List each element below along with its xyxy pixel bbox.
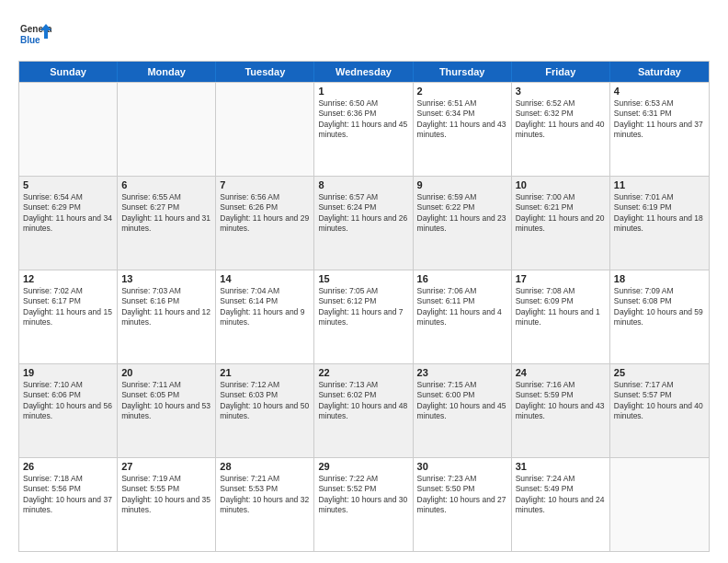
calendar-row-3: 19Sunrise: 7:10 AM Sunset: 6:06 PM Dayli… — [19, 363, 709, 457]
day-text: Sunrise: 6:54 AM Sunset: 6:29 PM Dayligh… — [23, 192, 113, 235]
day-text: Sunrise: 6:50 AM Sunset: 6:36 PM Dayligh… — [318, 98, 408, 141]
day-number: 25 — [614, 367, 705, 378]
day-cell-2: 2Sunrise: 6:51 AM Sunset: 6:34 PM Daylig… — [414, 83, 512, 176]
day-number: 3 — [516, 86, 606, 97]
day-text: Sunrise: 7:24 AM Sunset: 5:49 PM Dayligh… — [516, 474, 606, 516]
day-text: Sunrise: 6:53 AM Sunset: 6:31 PM Dayligh… — [614, 98, 705, 141]
header-day-wednesday: Wednesday — [314, 62, 413, 82]
day-text: Sunrise: 6:55 AM Sunset: 6:27 PM Dayligh… — [121, 192, 211, 235]
day-number: 2 — [417, 86, 507, 97]
day-text: Sunrise: 7:13 AM Sunset: 6:02 PM Dayligh… — [318, 380, 408, 422]
day-text: Sunrise: 7:15 AM Sunset: 6:00 PM Dayligh… — [417, 380, 507, 422]
day-number: 31 — [516, 461, 606, 472]
day-number: 7 — [220, 179, 310, 190]
day-text: Sunrise: 7:18 AM Sunset: 5:56 PM Dayligh… — [23, 474, 113, 516]
day-text: Sunrise: 7:04 AM Sunset: 6:14 PM Dayligh… — [220, 286, 310, 328]
day-number: 13 — [121, 273, 211, 284]
day-number: 23 — [417, 367, 507, 378]
day-text: Sunrise: 7:09 AM Sunset: 6:08 PM Dayligh… — [614, 286, 705, 328]
day-text: Sunrise: 6:51 AM Sunset: 6:34 PM Dayligh… — [417, 98, 507, 141]
day-text: Sunrise: 7:17 AM Sunset: 5:57 PM Dayligh… — [614, 380, 705, 422]
calendar-row-1: 5Sunrise: 6:54 AM Sunset: 6:29 PM Daylig… — [19, 176, 709, 270]
day-number: 19 — [23, 367, 113, 378]
calendar-row-4: 26Sunrise: 7:18 AM Sunset: 5:56 PM Dayli… — [19, 457, 709, 551]
day-number: 20 — [121, 367, 211, 378]
day-cell-20: 20Sunrise: 7:11 AM Sunset: 6:05 PM Dayli… — [118, 364, 216, 457]
day-text: Sunrise: 7:03 AM Sunset: 6:16 PM Dayligh… — [121, 286, 211, 328]
day-number: 16 — [417, 273, 507, 284]
header: General Blue — [18, 15, 710, 52]
day-cell-4: 4Sunrise: 6:53 AM Sunset: 6:31 PM Daylig… — [610, 83, 709, 176]
day-cell-21: 21Sunrise: 7:12 AM Sunset: 6:03 PM Dayli… — [216, 364, 314, 457]
day-number: 8 — [318, 179, 408, 190]
header-day-saturday: Saturday — [610, 62, 709, 82]
day-text: Sunrise: 7:05 AM Sunset: 6:12 PM Dayligh… — [318, 286, 408, 328]
day-cell-15: 15Sunrise: 7:05 AM Sunset: 6:12 PM Dayli… — [314, 270, 413, 363]
day-cell-10: 10Sunrise: 7:00 AM Sunset: 6:21 PM Dayli… — [512, 177, 610, 270]
logo: General Blue — [18, 18, 51, 52]
day-text: Sunrise: 6:57 AM Sunset: 6:24 PM Dayligh… — [318, 192, 408, 235]
day-cell-5: 5Sunrise: 6:54 AM Sunset: 6:29 PM Daylig… — [19, 177, 118, 270]
day-text: Sunrise: 7:19 AM Sunset: 5:55 PM Dayligh… — [121, 474, 211, 516]
day-cell-22: 22Sunrise: 7:13 AM Sunset: 6:02 PM Dayli… — [314, 364, 413, 457]
day-text: Sunrise: 7:10 AM Sunset: 6:06 PM Dayligh… — [23, 380, 113, 422]
day-text: Sunrise: 7:02 AM Sunset: 6:17 PM Dayligh… — [23, 286, 113, 328]
day-number: 30 — [417, 461, 507, 472]
day-cell-27: 27Sunrise: 7:19 AM Sunset: 5:55 PM Dayli… — [118, 458, 216, 551]
day-number: 17 — [516, 273, 606, 284]
page: General Blue SundayMondayTuesdayWednesda… — [0, 0, 728, 563]
day-text: Sunrise: 7:08 AM Sunset: 6:09 PM Dayligh… — [516, 286, 606, 328]
logo-svg: General Blue — [18, 18, 51, 52]
day-text: Sunrise: 7:06 AM Sunset: 6:11 PM Dayligh… — [417, 286, 507, 328]
day-number: 1 — [318, 86, 408, 97]
day-cell-6: 6Sunrise: 6:55 AM Sunset: 6:27 PM Daylig… — [118, 177, 216, 270]
day-number: 26 — [23, 461, 113, 472]
day-text: Sunrise: 7:16 AM Sunset: 5:59 PM Dayligh… — [516, 380, 606, 422]
day-text: Sunrise: 7:01 AM Sunset: 6:19 PM Dayligh… — [614, 192, 705, 235]
calendar-header: SundayMondayTuesdayWednesdayThursdayFrid… — [19, 62, 709, 82]
day-cell-16: 16Sunrise: 7:06 AM Sunset: 6:11 PM Dayli… — [414, 270, 512, 363]
day-text: Sunrise: 7:11 AM Sunset: 6:05 PM Dayligh… — [121, 380, 211, 422]
day-number: 6 — [121, 179, 211, 190]
day-number: 27 — [121, 461, 211, 472]
calendar-row-2: 12Sunrise: 7:02 AM Sunset: 6:17 PM Dayli… — [19, 270, 709, 363]
day-cell-29: 29Sunrise: 7:22 AM Sunset: 5:52 PM Dayli… — [314, 458, 413, 551]
day-number: 4 — [614, 86, 705, 97]
day-text: Sunrise: 6:52 AM Sunset: 6:32 PM Dayligh… — [516, 98, 606, 141]
day-cell-8: 8Sunrise: 6:57 AM Sunset: 6:24 PM Daylig… — [314, 177, 413, 270]
day-number: 11 — [614, 179, 705, 190]
empty-cell-0-2 — [216, 83, 314, 176]
day-number: 5 — [23, 179, 113, 190]
day-cell-3: 3Sunrise: 6:52 AM Sunset: 6:32 PM Daylig… — [512, 83, 610, 176]
header-day-friday: Friday — [512, 62, 610, 82]
calendar: SundayMondayTuesdayWednesdayThursdayFrid… — [18, 61, 710, 552]
empty-cell-0-0 — [19, 83, 118, 176]
day-cell-12: 12Sunrise: 7:02 AM Sunset: 6:17 PM Dayli… — [19, 270, 118, 363]
day-number: 24 — [516, 367, 606, 378]
header-day-sunday: Sunday — [19, 62, 118, 82]
svg-text:Blue: Blue — [20, 35, 40, 45]
header-day-monday: Monday — [118, 62, 216, 82]
day-text: Sunrise: 7:23 AM Sunset: 5:50 PM Dayligh… — [417, 474, 507, 516]
day-number: 12 — [23, 273, 113, 284]
day-text: Sunrise: 6:59 AM Sunset: 6:22 PM Dayligh… — [417, 192, 507, 235]
day-cell-14: 14Sunrise: 7:04 AM Sunset: 6:14 PM Dayli… — [216, 270, 314, 363]
day-text: Sunrise: 6:56 AM Sunset: 6:26 PM Dayligh… — [220, 192, 310, 235]
day-cell-18: 18Sunrise: 7:09 AM Sunset: 6:08 PM Dayli… — [610, 270, 709, 363]
day-text: Sunrise: 7:12 AM Sunset: 6:03 PM Dayligh… — [220, 380, 310, 422]
day-cell-17: 17Sunrise: 7:08 AM Sunset: 6:09 PM Dayli… — [512, 270, 610, 363]
day-number: 28 — [220, 461, 310, 472]
header-day-tuesday: Tuesday — [216, 62, 314, 82]
day-cell-1: 1Sunrise: 6:50 AM Sunset: 6:36 PM Daylig… — [314, 83, 413, 176]
day-cell-11: 11Sunrise: 7:01 AM Sunset: 6:19 PM Dayli… — [610, 177, 709, 270]
day-number: 21 — [220, 367, 310, 378]
empty-cell-0-1 — [118, 83, 216, 176]
day-number: 29 — [318, 461, 408, 472]
day-number: 18 — [614, 273, 705, 284]
day-cell-25: 25Sunrise: 7:17 AM Sunset: 5:57 PM Dayli… — [610, 364, 709, 457]
day-text: Sunrise: 7:00 AM Sunset: 6:21 PM Dayligh… — [516, 192, 606, 235]
day-cell-26: 26Sunrise: 7:18 AM Sunset: 5:56 PM Dayli… — [19, 458, 118, 551]
day-cell-31: 31Sunrise: 7:24 AM Sunset: 5:49 PM Dayli… — [512, 458, 610, 551]
day-cell-13: 13Sunrise: 7:03 AM Sunset: 6:16 PM Dayli… — [118, 270, 216, 363]
day-cell-23: 23Sunrise: 7:15 AM Sunset: 6:00 PM Dayli… — [414, 364, 512, 457]
